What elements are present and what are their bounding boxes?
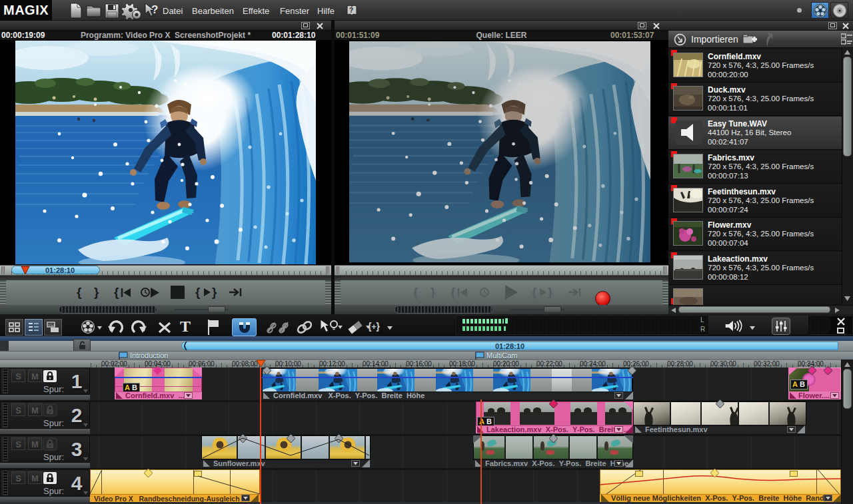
svg-text:VGA: VGA (48, 323, 55, 327)
svg-text:?: ? (349, 7, 353, 14)
